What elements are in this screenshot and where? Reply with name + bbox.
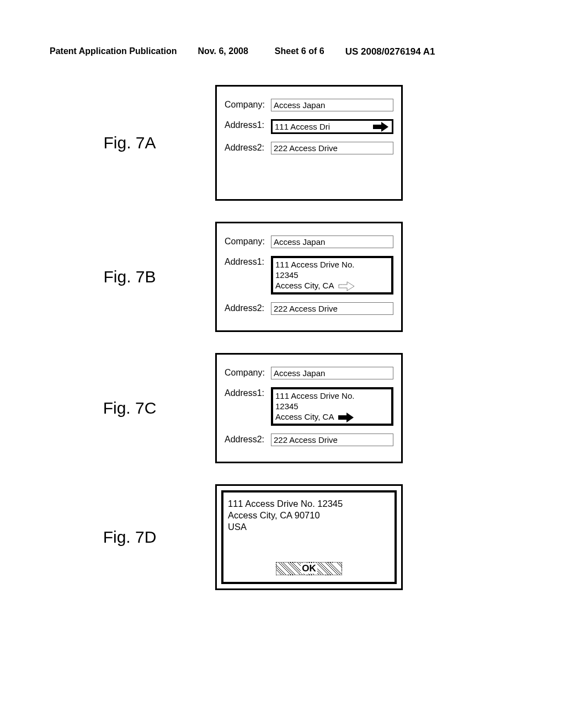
address1-label: Address1: bbox=[225, 119, 271, 130]
addr1-line2: 12345 bbox=[275, 270, 299, 280]
address2-field[interactable]: 222 Access Drive bbox=[271, 142, 393, 154]
publication-number: US 2008/0276194 A1 bbox=[345, 46, 435, 57]
patent-drawing-page: Patent Application Publication Nov. 6, 2… bbox=[0, 0, 565, 633]
address2-label: Address2: bbox=[225, 142, 271, 153]
row-company: Company: Access Japan bbox=[225, 235, 393, 248]
row-address2: Address2: 222 Access Drive bbox=[225, 433, 393, 446]
arrow-right-icon bbox=[373, 122, 390, 132]
address1-field-expanded[interactable]: 111 Access Drive No. 12345 Access City, … bbox=[271, 256, 393, 295]
ok-button[interactable]: OK bbox=[276, 562, 342, 575]
arrow-right-outline-icon bbox=[338, 281, 355, 291]
address1-field[interactable]: 111 Access Dri bbox=[271, 119, 393, 134]
publication-date: Nov. 6, 2008 bbox=[198, 46, 248, 57]
address2-label: Address2: bbox=[225, 433, 271, 445]
addr1-line1: 111 Access Drive No. bbox=[275, 391, 354, 400]
arrow-right-icon bbox=[338, 413, 355, 422]
addr1-line3: Access City, CA bbox=[275, 412, 334, 421]
company-label: Company: bbox=[225, 99, 271, 110]
figure-label-7b: Fig. 7B bbox=[50, 267, 215, 286]
row-address2: Address2: 222 Access Drive bbox=[225, 302, 393, 315]
address2-label: Address2: bbox=[225, 302, 271, 313]
figure-label-7d: Fig. 7D bbox=[50, 528, 215, 547]
addr1-line2: 12345 bbox=[275, 402, 299, 411]
address1-label: Address1: bbox=[225, 256, 271, 267]
panel-7c: Company: Access Japan Address1: 111 Acce… bbox=[215, 353, 403, 463]
full-address-line3: USA bbox=[228, 522, 247, 532]
panel-7d: 111 Access Drive No. 12345 Access City, … bbox=[215, 484, 403, 590]
figure-label-7c: Fig. 7C bbox=[50, 399, 215, 417]
row-address2: Address2: 222 Access Drive bbox=[225, 142, 393, 154]
row-address1: Address1: 111 Access Drive No. 12345 Acc… bbox=[225, 256, 393, 295]
address2-field[interactable]: 222 Access Drive bbox=[271, 433, 393, 446]
company-field[interactable]: Access Japan bbox=[271, 367, 393, 379]
publication-label: Patent Application Publication bbox=[50, 46, 177, 57]
company-label: Company: bbox=[225, 235, 271, 247]
figure-7c-row: Fig. 7C Company: Access Japan Address1: … bbox=[50, 353, 515, 463]
panel-7b: Company: Access Japan Address1: 111 Acce… bbox=[215, 222, 403, 332]
row-address1: Address1: 111 Access Dri bbox=[225, 119, 393, 134]
figure-7d-row: Fig. 7D 111 Access Drive No. 12345 Acces… bbox=[50, 484, 515, 590]
full-address-line2: Access City, CA 90710 bbox=[228, 510, 320, 520]
company-field[interactable]: Access Japan bbox=[271, 235, 393, 248]
address1-label: Address1: bbox=[225, 387, 271, 398]
addr1-line3: Access City, CA bbox=[275, 281, 334, 290]
figure-label-7a: Fig. 7A bbox=[50, 133, 215, 152]
company-label: Company: bbox=[225, 367, 271, 378]
address1-field-expanded[interactable]: 111 Access Drive No. 12345 Access City, … bbox=[271, 387, 393, 426]
addr1-line1: 111 Access Drive No. bbox=[275, 260, 354, 269]
address1-value: 111 Access Dri bbox=[275, 121, 371, 132]
sheet-number: Sheet 6 of 6 bbox=[275, 46, 324, 57]
row-address1: Address1: 111 Access Drive No. 12345 Acc… bbox=[225, 387, 393, 426]
address2-field[interactable]: 222 Access Drive bbox=[271, 302, 393, 315]
figure-7a-row: Fig. 7A Company: Access Japan Address1: … bbox=[50, 85, 515, 201]
company-field[interactable]: Access Japan bbox=[271, 99, 393, 111]
row-company: Company: Access Japan bbox=[225, 367, 393, 379]
figure-7b-row: Fig. 7B Company: Access Japan Address1: … bbox=[50, 222, 515, 332]
row-company: Company: Access Japan bbox=[225, 99, 393, 111]
panel-7a: Company: Access Japan Address1: 111 Acce… bbox=[215, 85, 403, 201]
page-header: Patent Application Publication Nov. 6, 2… bbox=[50, 46, 515, 57]
full-address-line1: 111 Access Drive No. 12345 bbox=[228, 499, 343, 508]
